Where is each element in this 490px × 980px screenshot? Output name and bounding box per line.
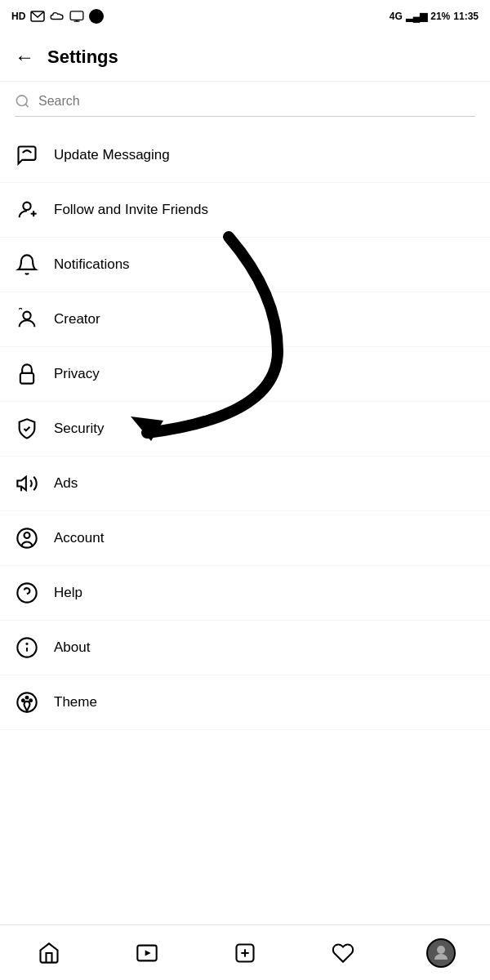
monitor-icon [69, 11, 84, 22]
palette-icon [15, 690, 39, 715]
bell-icon [15, 252, 39, 277]
menu-item-theme[interactable]: Theme [0, 675, 490, 730]
nav-likes[interactable] [323, 933, 363, 973]
svg-point-26 [29, 699, 32, 702]
status-right: 4G ▂▄▆ 21% 11:35 [390, 11, 479, 22]
nav-video[interactable] [127, 933, 167, 973]
svg-point-32 [437, 946, 445, 954]
star-person-icon [15, 307, 39, 332]
menu-item-account[interactable]: Account [0, 511, 490, 566]
menu-label-theme: Theme [54, 694, 97, 710]
svg-point-17 [17, 583, 36, 602]
svg-point-16 [24, 532, 30, 538]
back-button[interactable]: ← [15, 46, 34, 69]
search-input[interactable] [38, 94, 475, 109]
menu-label-notifications: Notifications [54, 256, 130, 273]
search-icon [15, 93, 30, 109]
menu-item-creator[interactable]: Creator [0, 292, 490, 347]
menu-label-privacy: Privacy [54, 366, 100, 382]
profile-avatar [426, 938, 456, 968]
bottom-nav [0, 924, 490, 980]
circle-icon [89, 9, 104, 24]
menu-item-notifications[interactable]: Notifications [0, 238, 490, 292]
email-icon [30, 11, 45, 22]
battery-label: 21% [430, 11, 450, 22]
menu-item-ads[interactable]: Ads [0, 457, 490, 511]
svg-point-25 [26, 697, 29, 699]
megaphone-icon [15, 471, 39, 496]
nav-add[interactable] [225, 933, 265, 973]
signal-bars: ▂▄▆ [406, 11, 428, 22]
cloud-icon [50, 11, 65, 22]
svg-rect-12 [20, 373, 33, 384]
svg-marker-28 [145, 950, 151, 956]
status-bar: HD 4G ▂▄▆ 21% 11:35 [0, 0, 490, 33]
menu-label-update-messaging: Update Messaging [54, 147, 170, 163]
settings-menu: Update Messaging Follow and Invite Frien… [0, 128, 490, 730]
menu-item-follow-invite[interactable]: Follow and Invite Friends [0, 183, 490, 238]
menu-label-security: Security [54, 421, 104, 437]
person-circle-icon [15, 526, 39, 550]
menu-item-about[interactable]: About [0, 621, 490, 675]
lock-icon [15, 362, 39, 386]
info-circle-icon [15, 635, 39, 660]
time-label: 11:35 [453, 11, 479, 22]
search-bar [15, 93, 475, 117]
menu-label-account: Account [54, 530, 104, 546]
help-circle-icon [15, 581, 39, 605]
menu-item-update-messaging[interactable]: Update Messaging [0, 128, 490, 183]
menu-item-security[interactable]: Security [0, 402, 490, 457]
page-title: Settings [47, 47, 118, 68]
menu-label-follow-invite: Follow and Invite Friends [54, 202, 208, 218]
svg-point-10 [23, 312, 30, 319]
svg-point-7 [23, 203, 30, 210]
message-icon [15, 143, 39, 167]
nav-profile[interactable] [421, 933, 461, 973]
svg-point-4 [16, 96, 27, 106]
shield-icon [15, 416, 39, 441]
status-left: HD [11, 9, 104, 24]
status-hd: HD [11, 11, 25, 22]
menu-label-creator: Creator [54, 311, 100, 327]
svg-line-5 [25, 105, 28, 107]
menu-item-help[interactable]: Help [0, 566, 490, 621]
network-label: 4G [390, 11, 403, 22]
svg-point-24 [22, 699, 24, 702]
menu-label-about: About [54, 639, 90, 656]
svg-point-22 [26, 644, 27, 644]
menu-item-privacy[interactable]: Privacy [0, 347, 490, 402]
add-person-icon [15, 198, 39, 222]
menu-label-help: Help [54, 585, 82, 601]
menu-label-ads: Ads [54, 475, 78, 492]
nav-home[interactable] [29, 933, 69, 973]
svg-rect-1 [70, 11, 83, 20]
svg-marker-11 [18, 308, 24, 310]
header: ← Settings [0, 33, 490, 82]
